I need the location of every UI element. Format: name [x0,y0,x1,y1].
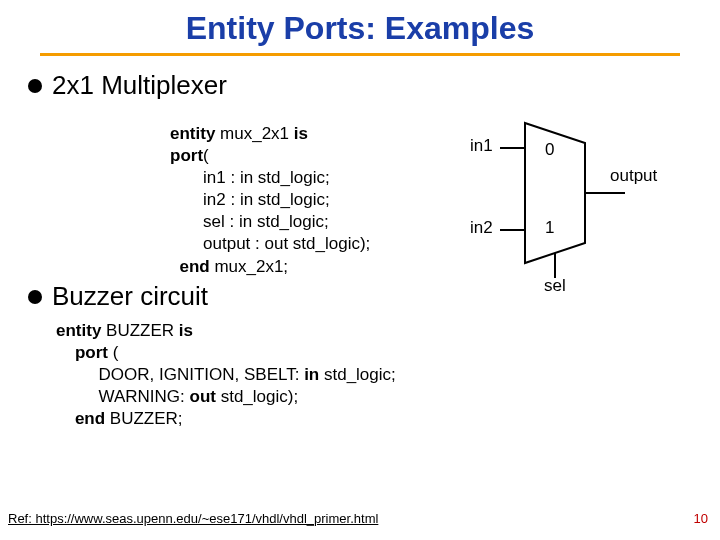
page-number: 10 [694,511,708,526]
code-text: BUZZER; [105,409,182,428]
svg-marker-0 [525,123,585,263]
mux-label-in1: in1 [470,136,493,156]
mux-diagram: in1 in2 0 1 sel output [470,118,680,298]
kw-end: end [56,409,105,428]
code-text: BUZZER [101,321,178,340]
kw-is: is [179,321,193,340]
code-text: ( [203,146,209,165]
kw-end: end [170,257,210,276]
code-block-buzzer: entity BUZZER is port ( DOOR, IGNITION, … [56,320,720,430]
mux-label-in2: in2 [470,218,493,238]
bullet-dot-icon [28,290,42,304]
bullet-1: 2x1 Multiplexer [28,70,720,101]
kw-out: out [190,387,216,406]
kw-entity: entity [56,321,101,340]
bullet-2-text: Buzzer circuit [52,281,208,312]
slide-title: Entity Ports: Examples [0,0,720,47]
code-text: DOOR, IGNITION, SBELT: [56,365,304,384]
code-text: in1 : in std_logic; [170,168,330,187]
code-text: std_logic); [216,387,298,406]
code-text: WARNING: [56,387,190,406]
mux-label-sel: sel [544,276,566,296]
kw-entity: entity [170,124,215,143]
mux-label-zero: 0 [545,140,554,160]
code-block-mux: entity mux_2x1 is port( in1 : in std_log… [170,123,370,278]
title-underline [40,53,680,56]
kw-port: port [170,146,203,165]
kw-in: in [304,365,319,384]
mux-label-output: output [610,166,657,186]
code-text: in2 : in std_logic; [170,190,330,209]
code-text: mux_2x1 [215,124,293,143]
code-text: mux_2x1; [210,257,288,276]
code-text: std_logic; [319,365,396,384]
code-text: sel : in std_logic; [170,212,329,231]
kw-port: port [56,343,108,362]
code-text: output : out std_logic); [170,234,370,253]
bullet-1-text: 2x1 Multiplexer [52,70,227,101]
reference-link[interactable]: Ref: https://www.seas.upenn.edu/~ese171/… [8,511,378,526]
mux-label-one: 1 [545,218,554,238]
kw-is: is [294,124,308,143]
code-text: ( [108,343,118,362]
bullet-dot-icon [28,79,42,93]
mux-shape-icon [470,118,680,298]
